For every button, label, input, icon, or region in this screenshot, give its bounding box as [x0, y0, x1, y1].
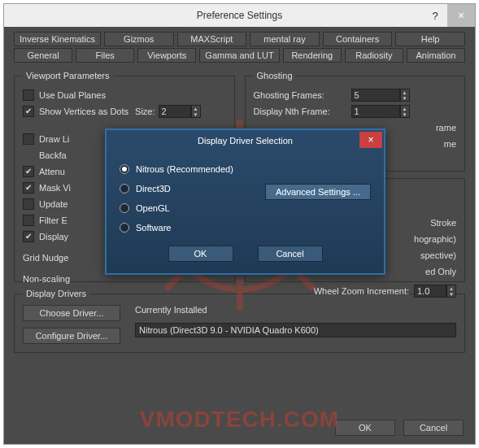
modal-ok-button[interactable]: OK: [168, 246, 233, 262]
draw-checkbox[interactable]: [23, 133, 34, 145]
show-vertices-checkbox[interactable]: [23, 106, 34, 117]
display-nth-spinner[interactable]: 1: [351, 105, 400, 118]
ghosting-frames-spinner-buttons[interactable]: ▲▼: [400, 89, 410, 102]
titlebar: Preference Settings ? ×: [4, 4, 475, 27]
tab-maxscript[interactable]: MAXScript: [177, 32, 247, 46]
viewport-parameters-legend: Viewport Parameters: [23, 71, 113, 80]
use-dual-planes-checkbox[interactable]: [23, 89, 34, 101]
wheel-zoom-label: Wheel Zoom Increment:: [254, 286, 415, 296]
installed-driver-field[interactable]: Nitrous (Direct3D 9.0 - NVIDIA Quadro K6…: [135, 323, 456, 337]
modal-body: Nitrous (Recommended) Direct3D OpenGL So…: [107, 151, 384, 273]
display-nth-spinner-buttons[interactable]: ▲▼: [400, 105, 410, 118]
window-close-button[interactable]: ×: [447, 4, 475, 27]
tab-mental-ray[interactable]: mental ray: [250, 32, 320, 46]
wheel-zoom-spinner[interactable]: 1.0: [414, 285, 446, 298]
radio-opengl[interactable]: [120, 203, 129, 213]
show-vertices-label: Show Vertices as Dots: [39, 107, 128, 116]
update-label: Update: [39, 199, 67, 209]
ghosting-frames-spinner[interactable]: 5: [351, 89, 400, 102]
display-drivers-legend: Display Drivers: [23, 289, 89, 298]
tab-radiosity[interactable]: Radiosity: [345, 48, 403, 63]
choose-driver-button[interactable]: Choose Driver...: [23, 305, 120, 321]
spective-label: spective): [420, 250, 456, 260]
ghost-partial-2: me: [444, 139, 456, 149]
ghosting-legend: Ghosting: [254, 71, 296, 80]
radio-opengl-label: OpenGL: [136, 203, 170, 213]
modal-cancel-button[interactable]: Cancel: [258, 246, 323, 262]
ok-button[interactable]: OK: [335, 420, 395, 436]
radio-nitrous[interactable]: [120, 164, 129, 174]
currently-installed-label: Currently Installed: [135, 305, 456, 315]
modal-footer: OK Cancel: [120, 246, 371, 262]
display-driver-selection-dialog: Display Driver Selection × Nitrous (Reco…: [105, 128, 385, 275]
advanced-settings-button[interactable]: Advanced Settings ...: [265, 184, 371, 200]
hographic-label: hographic): [414, 234, 456, 244]
radio-direct3d-label: Direct3D: [136, 184, 171, 194]
tab-rendering[interactable]: Rendering: [283, 48, 342, 63]
backface-label: Backfa: [39, 150, 67, 160]
tab-containers[interactable]: Containers: [323, 32, 393, 46]
tab-gamma-lut[interactable]: Gamma and LUT: [199, 48, 279, 63]
display-checkbox[interactable]: [23, 231, 34, 242]
radio-direct3d[interactable]: [120, 184, 129, 194]
titlebar-buttons: ? ×: [423, 4, 475, 27]
attenuate-label: Attenu: [39, 167, 65, 176]
attenuate-checkbox[interactable]: [23, 166, 34, 177]
tab-row-2: General Files Viewports Gamma and LUT Re…: [14, 48, 465, 63]
non-scaling-label: Non-scaling: [23, 274, 70, 284]
help-button[interactable]: ?: [423, 4, 447, 27]
filter-label: Filter E: [39, 215, 67, 225]
tab-viewports[interactable]: Viewports: [137, 48, 196, 63]
mask-label: Mask Vi: [39, 183, 71, 193]
tab-inverse-kinematics[interactable]: Inverse Kinematics: [14, 32, 101, 46]
tab-files[interactable]: Files: [76, 48, 134, 63]
tab-gizmos[interactable]: Gizmos: [104, 32, 174, 46]
tab-animation[interactable]: Animation: [407, 48, 465, 63]
size-spinner-buttons[interactable]: ▲▼: [191, 105, 201, 118]
update-checkbox[interactable]: [23, 198, 34, 210]
use-dual-planes-label: Use Dual Planes: [39, 90, 106, 100]
wheel-zoom-spinner-buttons[interactable]: ▲▼: [446, 285, 456, 298]
modal-title-text: Display Driver Selection: [198, 136, 293, 146]
watermark-text: VMODTECH.COM: [140, 407, 339, 433]
filter-checkbox[interactable]: [23, 215, 34, 226]
radio-software-label: Software: [136, 223, 171, 233]
window-title: Preference Settings: [197, 10, 282, 21]
dialog-buttons: OK Cancel: [335, 420, 464, 436]
grid-nudge-label: Grid Nudge: [23, 253, 68, 263]
size-label: Size:: [135, 107, 155, 116]
modal-close-button[interactable]: ×: [359, 132, 382, 148]
tab-general[interactable]: General: [14, 48, 72, 63]
draw-label: Draw Li: [39, 134, 69, 144]
modal-titlebar: Display Driver Selection ×: [107, 130, 384, 151]
radio-software[interactable]: [120, 223, 129, 233]
cancel-button[interactable]: Cancel: [403, 420, 464, 436]
mask-checkbox[interactable]: [23, 182, 34, 194]
radio-nitrous-label: Nitrous (Recommended): [136, 164, 233, 174]
tab-row-1: Inverse Kinematics Gizmos MAXScript ment…: [14, 32, 465, 46]
ghosting-frames-label: Ghosting Frames:: [254, 90, 351, 100]
tab-help[interactable]: Help: [395, 32, 465, 46]
size-spinner[interactable]: 2: [159, 105, 191, 118]
tab-strip: Inverse Kinematics Gizmos MAXScript ment…: [4, 27, 475, 63]
ghost-partial-1: rame: [436, 123, 456, 133]
display-nth-label: Display Nth Frame:: [254, 107, 351, 116]
configure-driver-button[interactable]: Configure Driver...: [23, 328, 120, 344]
stroke-label: Stroke: [430, 218, 456, 228]
display-partial-label: Display: [39, 232, 68, 241]
edonly-label: ed Only: [425, 267, 456, 276]
